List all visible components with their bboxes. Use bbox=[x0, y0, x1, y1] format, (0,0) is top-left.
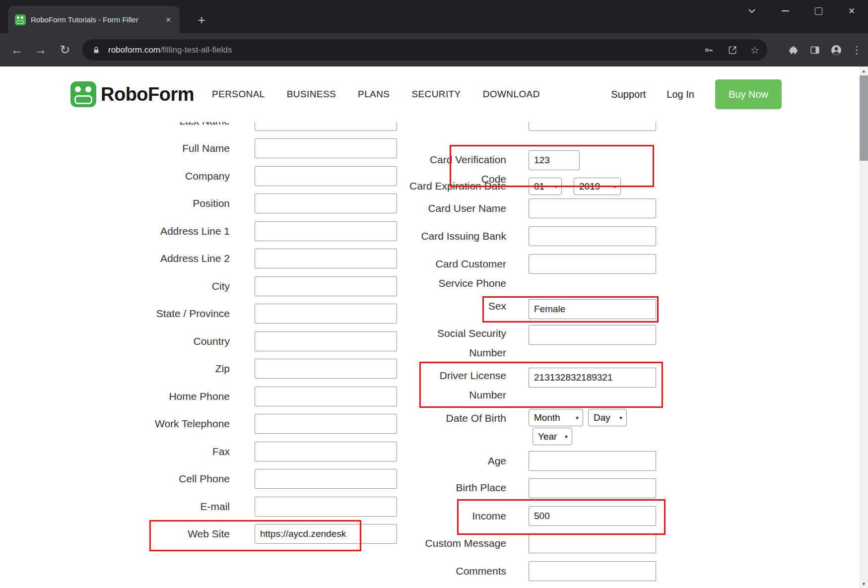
field-label: Address Line 1 bbox=[79, 225, 230, 237]
field-label: Work Telephone bbox=[79, 418, 230, 430]
browser-tab[interactable]: RoboForm Tutorials - Form Filler ✕ bbox=[8, 6, 180, 33]
country-input[interactable] bbox=[255, 331, 397, 351]
minimize-button[interactable] bbox=[777, 2, 794, 19]
log-in-link[interactable]: Log In bbox=[667, 89, 694, 100]
age-input[interactable] bbox=[529, 451, 656, 471]
field-label: State / Province bbox=[79, 308, 230, 320]
dob-day-select[interactable]: Day ▾ bbox=[588, 409, 627, 426]
card-exp-month-select[interactable]: 01 ▾ bbox=[529, 178, 562, 195]
form-row: Home Phone bbox=[79, 383, 397, 410]
comments-input[interactable] bbox=[529, 561, 656, 581]
page-scrollbar[interactable]: ▲ ▼ bbox=[860, 66, 868, 588]
sex-input[interactable] bbox=[529, 299, 656, 319]
field-label: Home Phone bbox=[79, 391, 230, 402]
url-domain: roboform.com bbox=[108, 45, 160, 55]
field-label: Card Expiration Date bbox=[409, 176, 506, 196]
state-province-input[interactable] bbox=[255, 304, 397, 324]
field-label: Driver License Number bbox=[440, 366, 506, 404]
field-label: Card User Name bbox=[428, 198, 506, 218]
form-row: Address Line 2 bbox=[79, 245, 397, 273]
roboform-logo[interactable]: RoboForm bbox=[70, 81, 194, 107]
field-label: Zip bbox=[79, 363, 230, 375]
form-row: City bbox=[79, 272, 397, 300]
omnibox-icons: ☆ bbox=[703, 44, 759, 56]
scroll-down-button[interactable]: ▼ bbox=[860, 580, 868, 588]
chevron-down-icon: ▾ bbox=[613, 183, 616, 190]
form-row: Fax bbox=[79, 438, 397, 465]
profile-avatar[interactable] bbox=[830, 44, 842, 56]
label-line: Number bbox=[440, 385, 506, 404]
nav-item-download[interactable]: DOWNLOAD bbox=[483, 89, 540, 100]
full-name-input[interactable] bbox=[255, 138, 397, 158]
nav-item-plans[interactable]: PLANS bbox=[358, 89, 390, 100]
nav-item-personal[interactable]: PERSONAL bbox=[212, 89, 265, 100]
field-label: Company bbox=[79, 170, 230, 182]
bookmark-star-icon[interactable]: ☆ bbox=[750, 44, 759, 56]
dob-year-select[interactable]: Year ▾ bbox=[533, 428, 572, 445]
window-chevron-icon[interactable] bbox=[743, 2, 760, 19]
email-input[interactable] bbox=[255, 497, 397, 517]
forward-button[interactable]: → bbox=[31, 40, 51, 60]
reload-button[interactable]: ↻ bbox=[55, 40, 75, 60]
tab-close-icon[interactable]: ✕ bbox=[163, 14, 174, 25]
label-line: Service Phone bbox=[436, 273, 506, 293]
tab-strip: RoboForm Tutorials - Form Filler ✕ + ✕ bbox=[0, 0, 868, 33]
support-link[interactable]: Support bbox=[611, 89, 646, 100]
maximize-button[interactable] bbox=[810, 2, 827, 19]
form-row: Full Name bbox=[79, 135, 397, 163]
tab-title: RoboForm Tutorials - Form Filler bbox=[31, 15, 158, 24]
nav-item-business[interactable]: BUSINESS bbox=[287, 89, 336, 100]
zip-input[interactable] bbox=[255, 359, 397, 379]
field-label: Card Customer Service Phone bbox=[436, 254, 506, 293]
position-input[interactable] bbox=[255, 194, 397, 213]
menu-kebab-icon[interactable]: ⋮ bbox=[852, 44, 862, 56]
company-input[interactable] bbox=[255, 166, 397, 186]
card-verification-code-input[interactable] bbox=[529, 150, 580, 170]
address-line-2-input[interactable] bbox=[255, 249, 397, 268]
browser-window: Last Name Full Name Company Position Add… bbox=[0, 0, 868, 588]
back-button[interactable]: ← bbox=[7, 40, 27, 60]
field-label: Address Line 2 bbox=[79, 253, 230, 264]
income-input[interactable] bbox=[529, 506, 656, 526]
fax-input[interactable] bbox=[255, 442, 397, 461]
close-window-button[interactable]: ✕ bbox=[843, 2, 860, 19]
custom-message-input[interactable] bbox=[529, 533, 656, 553]
new-tab-button[interactable]: + bbox=[194, 12, 209, 28]
field-label: Country bbox=[79, 335, 230, 347]
minimize-icon bbox=[782, 10, 789, 11]
roboform-logo-icon bbox=[70, 81, 96, 107]
label-line: Card Customer bbox=[436, 254, 506, 273]
share-icon[interactable] bbox=[727, 44, 738, 56]
dob-month-select[interactable]: Month ▾ bbox=[529, 409, 583, 426]
logo-eye-icon bbox=[75, 86, 81, 92]
nav-item-security[interactable]: SECURITY bbox=[411, 89, 461, 100]
password-key-icon[interactable] bbox=[703, 44, 715, 56]
address-line-1-input[interactable] bbox=[255, 221, 397, 241]
form-row: Zip bbox=[79, 355, 397, 383]
scroll-up-button[interactable]: ▲ bbox=[860, 66, 868, 75]
city-input[interactable] bbox=[255, 276, 397, 296]
card-exp-year-select[interactable]: 2019 ▾ bbox=[574, 178, 621, 195]
maximize-icon bbox=[815, 7, 822, 15]
work-telephone-input[interactable] bbox=[255, 414, 397, 434]
web-site-input[interactable] bbox=[255, 524, 397, 544]
home-phone-input[interactable] bbox=[255, 387, 397, 406]
logo-eye-icon bbox=[85, 86, 91, 92]
field-label: Social Security Number bbox=[437, 324, 506, 362]
favicon-eye-icon bbox=[17, 16, 19, 19]
card-issuing-bank-input[interactable] bbox=[529, 226, 656, 246]
social-security-number-input[interactable] bbox=[529, 325, 656, 345]
side-panel-icon[interactable] bbox=[809, 44, 821, 56]
buy-now-button[interactable]: Buy Now bbox=[715, 79, 782, 109]
extensions-puzzle-icon[interactable] bbox=[788, 44, 800, 56]
select-value: Day bbox=[594, 412, 610, 423]
driver-license-number-input[interactable] bbox=[529, 368, 656, 388]
scrollbar-thumb[interactable] bbox=[860, 75, 868, 161]
card-customer-service-phone-input[interactable] bbox=[529, 254, 656, 274]
cell-phone-input[interactable] bbox=[255, 469, 397, 489]
card-user-name-input[interactable] bbox=[529, 198, 656, 218]
birth-place-input[interactable] bbox=[529, 478, 656, 498]
address-bar[interactable]: roboform.com/filling-test-all-fields ☆ bbox=[82, 39, 767, 61]
select-value: Month bbox=[534, 412, 560, 423]
field-label: City bbox=[79, 280, 230, 292]
